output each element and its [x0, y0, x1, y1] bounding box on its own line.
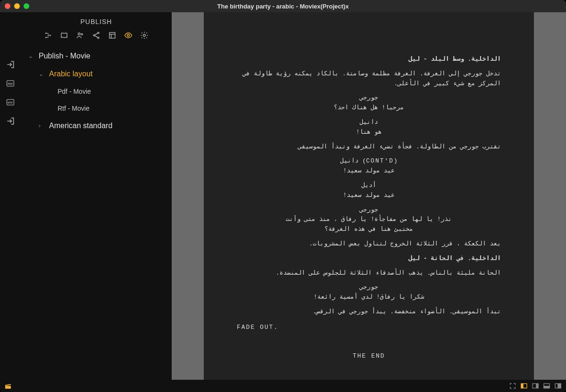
window-title: The birthday party - arabic - Moviex(Pro…: [217, 3, 349, 10]
sidebar: PUBLISH ⌄ Publish - Movie ⌄ Arabic layou…: [21, 12, 172, 380]
preview-area: الداخلية. وسط البلد - ليل تدخل جورجي إلى…: [172, 12, 566, 380]
svg-text:RTF: RTF: [8, 101, 13, 104]
tree-label: American standard: [49, 122, 112, 130]
scene-heading: الداخلية. في الحانة - ليل: [237, 254, 501, 264]
svg-rect-22: [558, 384, 561, 388]
tree-label: Rtf - Movie: [58, 105, 90, 112]
action-text: الحانة مليئة بالناس. يذهب الأصدقاء الثلا…: [237, 269, 501, 278]
character-name: جورجي: [237, 205, 501, 215]
svg-rect-16: [521, 384, 523, 388]
character-name: دانيل (CONT'D): [237, 156, 501, 166]
sidebar-header: PUBLISH: [21, 12, 172, 29]
tree-label: Publish - Movie: [39, 52, 90, 60]
svg-rect-20: [544, 386, 549, 388]
share-icon[interactable]: [92, 31, 100, 40]
svg-point-13: [127, 34, 130, 37]
character-name: جورجي: [237, 283, 501, 293]
svg-point-7: [78, 33, 81, 35]
action-text: تقترب جورجي من الطاولة. فجأة تضيء الغرفة…: [237, 142, 501, 152]
action-text: تبدأ الموسيقى. الأضواء منخفضة. يبدأ جورج…: [237, 307, 501, 317]
tree-rtf-movie[interactable]: Rtf - Movie: [25, 100, 168, 117]
svg-point-14: [143, 34, 146, 37]
panel-split-icon[interactable]: [554, 382, 562, 390]
tree-label: Arabic layout: [49, 70, 93, 78]
svg-point-6: [50, 35, 51, 36]
chevron-down-icon: ⌄: [28, 53, 34, 59]
dialog-text: شكرا يا رفاق! لدي أمسية رائعة!: [284, 293, 454, 302]
panel-left-icon[interactable]: [520, 382, 528, 390]
svg-point-11: [98, 37, 99, 39]
users-icon[interactable]: [76, 31, 84, 40]
gear-icon[interactable]: [140, 31, 149, 40]
character-name: دانيل: [237, 118, 501, 128]
tree-arabic-layout[interactable]: ⌄ Arabic layout: [25, 65, 168, 83]
svg-point-9: [98, 32, 99, 33]
tree-american-standard[interactable]: › American standard: [25, 117, 168, 135]
layout-icon[interactable]: [108, 31, 117, 40]
dialog-text: نذر! يا لها من مفاجأة! يا رفاق ، منذ متى…: [284, 215, 454, 235]
character-name: أديل: [237, 181, 501, 191]
tree-label: Pdf - Movie: [58, 88, 91, 95]
svg-point-10: [93, 35, 95, 36]
eye-icon[interactable]: [124, 31, 133, 40]
dialog-text: عيد مولد سعيد!: [284, 191, 454, 201]
chevron-down-icon: ⌄: [39, 71, 44, 77]
book-icon[interactable]: [60, 31, 68, 40]
publish-tree: ⌄ Publish - Movie ⌄ Arabic layout Pdf - …: [21, 45, 172, 137]
dialog-text: عيد مولد سعيد!: [284, 166, 454, 176]
action-text: تدخل جورجي إلى الغرفة. الغرفة مظلمة وصام…: [237, 69, 501, 89]
action-text: بعد الكعكة ، قرر الثلاثة الخروج لتناول ب…: [237, 239, 501, 249]
sidebar-toolbar: [21, 29, 172, 45]
left-rail: PDF RTF: [0, 12, 21, 380]
character-name: جورجي: [237, 93, 501, 103]
tree-pdf-movie[interactable]: Pdf - Movie: [25, 83, 168, 100]
tree-icon[interactable]: [44, 31, 52, 40]
svg-rect-12: [109, 33, 115, 38]
maximize-window[interactable]: [24, 3, 29, 9]
export-icon[interactable]: [5, 59, 16, 70]
panel-bottom-icon[interactable]: [542, 382, 551, 390]
svg-point-5: [45, 37, 47, 38]
svg-rect-18: [536, 384, 538, 388]
import-icon[interactable]: [5, 116, 16, 126]
script-page: الداخلية. وسط البلد - ليل تدخل جورجي إلى…: [204, 12, 534, 380]
svg-point-4: [45, 33, 47, 34]
transition-text: FADE OUT.: [237, 323, 501, 333]
chevron-right-icon: ›: [39, 122, 44, 129]
dialog-text: ه‍و هنا!: [284, 128, 454, 138]
tree-publish-movie[interactable]: ⌄ Publish - Movie: [25, 47, 168, 65]
close-window[interactable]: [5, 3, 10, 9]
panel-right-icon[interactable]: [531, 382, 540, 390]
svg-text:PDF: PDF: [8, 82, 13, 85]
svg-point-8: [81, 33, 83, 35]
dialog-text: مرحبا! هل هناك احد؟: [284, 103, 454, 113]
minimize-window[interactable]: [14, 3, 20, 9]
statusbar: [0, 380, 566, 392]
titlebar: The birthday party - arabic - Moviex(Pro…: [0, 0, 566, 12]
rtf-icon[interactable]: RTF: [5, 97, 16, 107]
pdf-icon[interactable]: PDF: [5, 78, 16, 89]
end-text: THE END: [237, 351, 501, 361]
fullscreen-icon[interactable]: [508, 382, 517, 390]
clapper-icon[interactable]: [4, 382, 12, 390]
scene-heading: الداخلية. وسط البلد - ليل: [237, 55, 501, 65]
